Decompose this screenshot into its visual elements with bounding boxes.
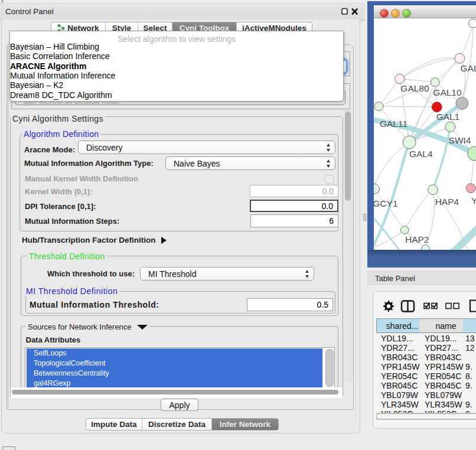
svg-text:HAP2: HAP2	[405, 234, 429, 244]
svg-text:GAL4: GAL4	[409, 149, 433, 159]
svg-text:GCY1: GCY1	[374, 198, 398, 208]
svg-text:GAL2: GAL2	[461, 63, 476, 73]
svg-text:YM: YM	[471, 195, 476, 206]
svg-text:GAL11: GAL11	[380, 119, 407, 129]
svg-text:GAL1: GAL1	[436, 112, 460, 122]
svg-text:HAP4: HAP4	[435, 197, 459, 207]
svg-text:SWI4: SWI4	[449, 135, 471, 145]
svg-text:GAL80: GAL80	[400, 83, 429, 93]
svg-text:GAL10: GAL10	[433, 87, 462, 97]
